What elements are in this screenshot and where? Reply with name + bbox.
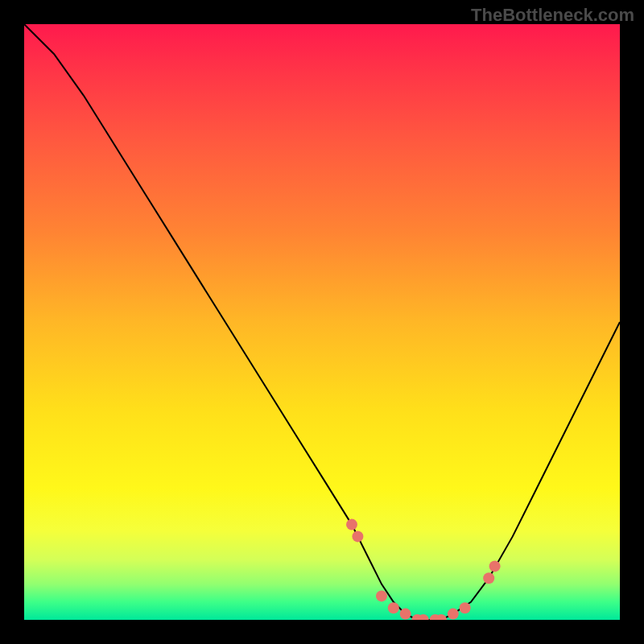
bottleneck-curve-line (24, 24, 620, 620)
curve-marker (489, 560, 501, 572)
chart-plot-area (24, 24, 620, 620)
curve-marker (376, 590, 387, 601)
curve-marker (483, 572, 494, 584)
curve-marker (460, 602, 471, 613)
curve-marker (352, 530, 363, 542)
chart-svg (24, 24, 620, 620)
curve-markers-group (346, 519, 501, 620)
watermark-text: TheBottleneck.com (471, 5, 634, 26)
curve-marker (448, 609, 459, 620)
curve-marker (400, 609, 411, 620)
curve-marker (388, 602, 399, 613)
curve-marker (346, 519, 357, 530)
